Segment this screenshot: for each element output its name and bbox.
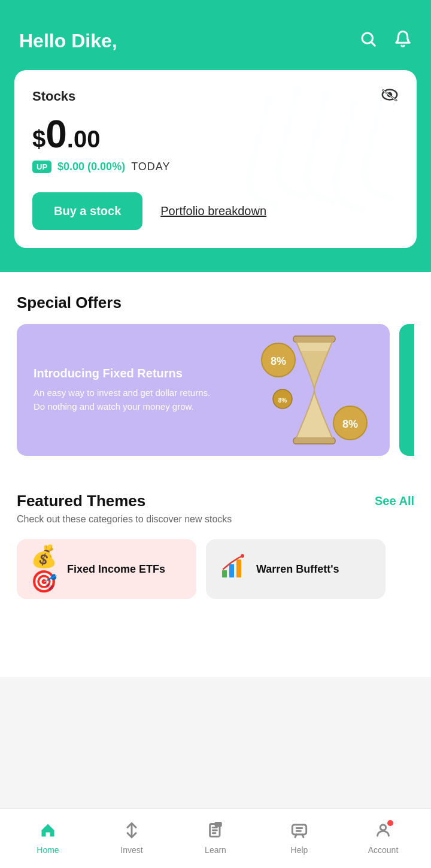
featured-subtitle: Check out these categories to discover n…	[17, 514, 414, 525]
fixed-income-name: Fixed Income ETFs	[67, 563, 165, 576]
learn-icon	[207, 822, 224, 843]
nav-learn[interactable]: Learn	[174, 817, 257, 860]
svg-text:8%: 8%	[278, 397, 287, 404]
svg-rect-23	[216, 822, 221, 826]
invest-label: Invest	[120, 845, 142, 855]
svg-rect-24	[292, 825, 306, 834]
nav-account[interactable]: Account	[341, 817, 425, 860]
offer-description: An easy way to invest and get dollar ret…	[34, 386, 220, 413]
amount-decimal: .00	[67, 126, 101, 152]
nav-help[interactable]: Help	[257, 817, 341, 860]
svg-rect-15	[229, 564, 234, 577]
svg-point-27	[380, 825, 386, 830]
help-icon	[291, 822, 308, 843]
stocks-label: Stocks	[32, 89, 75, 104]
svg-rect-6	[293, 336, 335, 342]
svg-text:8%: 8%	[271, 355, 286, 367]
offer-text: Introducing Fixed Returns An easy way to…	[34, 367, 220, 413]
home-icon	[40, 822, 56, 843]
main-content: Special Offers Introducing Fixed Returns…	[0, 272, 431, 677]
stocks-actions: Buy a stock Portfolio breakdown	[32, 192, 399, 230]
today-label: TODAY	[131, 161, 170, 173]
featured-themes-title: Featured Themes	[17, 492, 145, 510]
home-label: Home	[37, 845, 59, 855]
see-all-button[interactable]: See All	[375, 494, 414, 508]
help-label: Help	[291, 845, 308, 855]
portfolio-breakdown-link[interactable]: Portfolio breakdown	[160, 204, 266, 218]
hide-balance-icon[interactable]	[381, 87, 399, 105]
featured-themes-header: Featured Themes See All	[17, 492, 414, 510]
featured-themes-section: Featured Themes See All Check out these …	[0, 468, 431, 611]
bell-icon[interactable]	[394, 30, 412, 52]
svg-rect-7	[293, 438, 335, 444]
header: Hello Dike,	[0, 0, 431, 70]
svg-text:8%: 8%	[342, 418, 358, 430]
svg-point-17	[241, 554, 244, 558]
stocks-card-header: Stocks	[32, 87, 399, 105]
offer-title: Introducing Fixed Returns	[34, 367, 220, 380]
search-icon[interactable]	[359, 30, 377, 52]
stocks-amount: $0.00	[32, 115, 399, 153]
theme-card-fixed-income[interactable]: 💰🎯 Fixed Income ETFs	[17, 539, 196, 599]
buy-stock-button[interactable]: Buy a stock	[32, 192, 142, 230]
offer-card-2[interactable]	[399, 324, 414, 456]
nav-home[interactable]: Home	[6, 817, 90, 860]
special-offers-title: Special Offers	[17, 294, 414, 312]
warren-buffett-icon	[218, 554, 248, 585]
nav-invest[interactable]: Invest	[90, 817, 174, 860]
special-offers-section: Special Offers Introducing Fixed Returns…	[0, 272, 431, 468]
themes-list: 💰🎯 Fixed Income ETFs Warren Buffett's	[17, 539, 414, 611]
stocks-change: UP $0.00 (0.00%) TODAY	[32, 161, 399, 173]
theme-card-warren-buffett[interactable]: Warren Buffett's	[206, 539, 386, 599]
svg-line-1	[372, 43, 375, 46]
fixed-income-icon: 💰🎯	[29, 544, 59, 594]
amount-main: 0	[45, 113, 67, 156]
header-actions	[359, 30, 412, 52]
warren-buffett-name: Warren Buffett's	[256, 563, 339, 576]
invest-icon	[123, 822, 140, 843]
hero-section: Stocks $0.00 UP $0.00 (0.00%) TODAY Buy …	[0, 70, 431, 272]
stocks-card: Stocks $0.00 UP $0.00 (0.00%) TODAY Buy …	[14, 70, 417, 248]
offer-visual: 8% 8% 8%	[248, 324, 380, 456]
up-badge: UP	[32, 161, 51, 173]
svg-rect-14	[222, 570, 227, 577]
offer-card-fixed-returns[interactable]: Introducing Fixed Returns An easy way to…	[17, 324, 390, 456]
offers-list: Introducing Fixed Returns An easy way to…	[17, 324, 414, 468]
bottom-nav: Home Invest Learn	[0, 808, 431, 868]
greeting-text: Hello Dike,	[19, 30, 117, 52]
change-value: $0.00 (0.00%)	[57, 161, 125, 173]
svg-rect-16	[236, 559, 241, 577]
account-icon	[375, 822, 391, 843]
dollar-sign: $	[32, 126, 45, 152]
account-label: Account	[368, 845, 399, 855]
learn-label: Learn	[205, 845, 226, 855]
